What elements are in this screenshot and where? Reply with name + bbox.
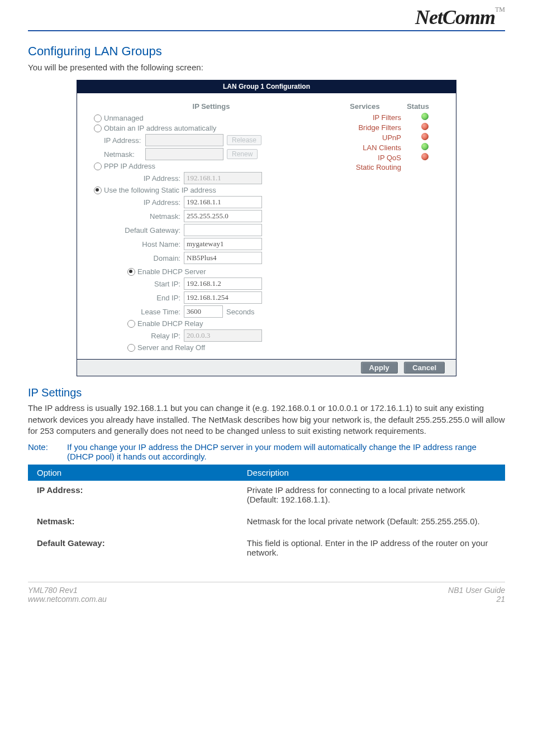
label-static-ipaddr: IP Address: xyxy=(94,198,184,207)
services-heading: Services xyxy=(329,102,401,111)
svc-ip-filters[interactable]: IP Filters xyxy=(329,113,408,122)
input-start-ip[interactable] xyxy=(184,277,262,290)
svc-upnp[interactable]: UPnP xyxy=(329,133,408,142)
status-dot-red-icon xyxy=(421,133,429,140)
logo-text: NetComm xyxy=(415,6,495,28)
label-start-ip: Start IP: xyxy=(94,280,184,288)
options-table: Option Description IP Address: Private I… xyxy=(28,465,505,565)
input-static-ip[interactable] xyxy=(184,196,262,208)
status-dot-green-icon xyxy=(421,143,429,150)
row-netmask-key: Netmask: xyxy=(28,512,238,534)
label-domain: Domain: xyxy=(94,254,184,262)
radio-dhcp-server[interactable] xyxy=(127,268,135,276)
input-host-name[interactable] xyxy=(184,238,262,250)
logo: NetCommTM xyxy=(28,0,505,34)
label-default-gateway: Default Gateway: xyxy=(94,226,184,235)
note-text: If you change your IP address the DHCP s… xyxy=(67,442,505,461)
logo-tm: TM xyxy=(495,6,505,13)
footer-left-1: YML780 Rev1 xyxy=(28,586,107,595)
row-gateway-key: Default Gateway: xyxy=(28,534,238,565)
svc-bridge-filters[interactable]: Bridge Filters xyxy=(329,123,408,132)
radio-ppp[interactable] xyxy=(94,162,102,170)
label-ip-address: IP Address: xyxy=(104,136,145,145)
radio-server-relay-off[interactable] xyxy=(127,344,135,352)
label-dhcp-server: Enable DHCP Server xyxy=(137,267,206,276)
lan-config-panel: LAN Group 1 Configuration IP Settings Un… xyxy=(77,80,456,376)
radio-obtain-auto[interactable] xyxy=(94,125,102,132)
status-heading: Status xyxy=(401,102,435,111)
cancel-button[interactable]: Cancel xyxy=(404,362,445,374)
footer-right-2: 21 xyxy=(448,595,505,604)
input-ip-address-auto xyxy=(145,134,223,146)
th-option: Option xyxy=(28,465,238,481)
renew-button[interactable]: Renew xyxy=(227,149,258,159)
row-gateway-val: This field is optional. Enter in the IP … xyxy=(238,534,505,565)
footer-left-2: www.netcomm.com.au xyxy=(28,595,107,604)
ip-settings-paragraph: The IP address is usually 192.168.1.1 bu… xyxy=(28,403,505,437)
svc-ip-qos[interactable]: IP QoS xyxy=(329,154,408,162)
label-obtain-auto: Obtain an IP address automatically xyxy=(104,124,216,132)
label-seconds: Seconds xyxy=(226,308,255,316)
input-domain[interactable] xyxy=(184,252,262,264)
row-ip-address-key: IP Address: xyxy=(28,481,238,512)
radio-unmanaged[interactable] xyxy=(94,114,102,122)
page-footer: YML780 Rev1 www.netcomm.com.au NB1 User … xyxy=(28,582,505,604)
logo-underline xyxy=(28,30,505,31)
ip-settings-heading: IP Settings xyxy=(94,102,329,111)
label-relay-ip: Relay IP: xyxy=(94,332,184,340)
status-dot-red-icon xyxy=(421,123,429,130)
input-ppp-ip xyxy=(184,172,262,184)
release-button[interactable]: Release xyxy=(227,135,261,145)
input-default-gateway[interactable] xyxy=(184,224,262,236)
label-static-netmask: Netmask: xyxy=(94,212,184,221)
input-relay-ip xyxy=(184,329,262,342)
panel-title: LAN Group 1 Configuration xyxy=(77,80,456,93)
status-dot-green-icon xyxy=(421,113,429,120)
heading-configuring-lan: Configuring LAN Groups xyxy=(28,44,505,59)
row-ip-address-val: Private IP address for connecting to a l… xyxy=(238,481,505,512)
input-netmask-auto xyxy=(145,148,223,160)
th-description: Description xyxy=(238,465,505,481)
label-netmask: Netmask: xyxy=(104,150,145,159)
label-ppp-ip: IP Address: xyxy=(94,174,184,183)
apply-button[interactable]: Apply xyxy=(361,362,398,374)
label-static-ip: Use the following Static IP address xyxy=(104,186,216,194)
footer-right-1: NB1 User Guide xyxy=(448,586,505,595)
input-end-ip[interactable] xyxy=(184,291,262,304)
svc-static-routing[interactable]: Static Routing xyxy=(329,163,408,171)
label-end-ip: End IP: xyxy=(94,294,184,302)
label-dhcp-relay: Enable DHCP Relay xyxy=(137,319,203,328)
note-label: Note: xyxy=(28,442,67,461)
input-lease-time[interactable] xyxy=(184,305,223,318)
radio-dhcp-relay[interactable] xyxy=(127,320,135,328)
input-static-netmask[interactable] xyxy=(184,210,262,222)
label-lease-time: Lease Time: xyxy=(94,308,184,316)
svc-lan-clients[interactable]: LAN Clients xyxy=(329,143,408,152)
row-netmask-val: Netmask for the local private network (D… xyxy=(238,512,505,534)
label-host-name: Host Name: xyxy=(94,240,184,248)
intro-text: You will be presented with the following… xyxy=(28,62,505,73)
radio-static-ip[interactable] xyxy=(94,186,102,194)
label-unmanaged: Unmanaged xyxy=(104,114,144,122)
status-dot-red-icon xyxy=(421,153,429,160)
label-server-relay-off: Server and Relay Off xyxy=(137,343,205,352)
heading-ip-settings: IP Settings xyxy=(28,386,505,399)
label-ppp: PPP IP Address xyxy=(104,162,155,170)
